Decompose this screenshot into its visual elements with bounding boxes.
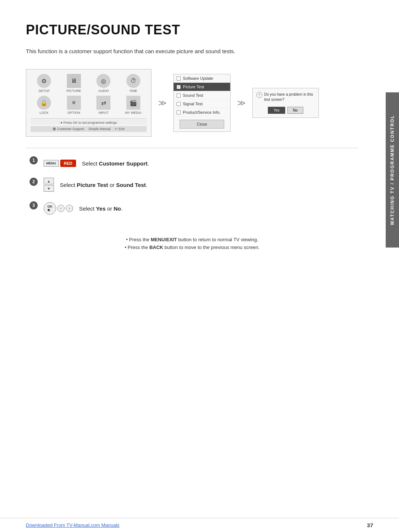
footer-note-2: • Press the BACK button to move to the p…: [26, 245, 358, 250]
signal-test-label: Signal Test: [183, 102, 203, 106]
checkbox-software: [177, 76, 181, 81]
step-1-indicator: 1: [30, 159, 38, 167]
menu-software-update: Software Update: [174, 74, 230, 83]
step-2-buttons: ▲ ▼: [44, 178, 54, 192]
side-label-text: WATCHING TV / PROGRAMME CONTROL: [390, 115, 395, 225]
no-button[interactable]: No: [287, 107, 303, 114]
step-2-number: 2: [30, 178, 38, 186]
tv-menu-box: ⚙ SETUP 🖥 PICTURE ◎ AUDIO ⏱ TIME 🔒: [26, 69, 151, 137]
menu-item-mymedia: 🎬 MY MEDIA: [120, 96, 147, 115]
red-button[interactable]: RED: [60, 160, 76, 167]
option-label: OPTION: [67, 111, 80, 115]
page-number: 37: [367, 522, 373, 528]
arrow-2: ≫: [237, 98, 246, 108]
bottom-bar-customer: Customer Support: [53, 127, 84, 131]
step-3-buttons: OK✱ ‹ ›: [44, 202, 73, 215]
bottom-bar: Downloaded From TV-Manual.com Manuals 37: [0, 518, 399, 532]
sound-test-label: Sound Test: [183, 93, 203, 98]
menu-item-input: ⇄ INPUT: [90, 96, 117, 115]
dialog-box: ? Do you have a problem in this test scr…: [252, 88, 319, 118]
menu-item-audio: ◎ AUDIO: [90, 74, 117, 93]
left-button[interactable]: ‹: [57, 205, 65, 212]
step-2-indicator: 2: [30, 181, 38, 189]
audio-icon: ◎: [96, 74, 110, 88]
dot-icon: [53, 127, 56, 130]
step-3-text: Select Yes or No.: [79, 205, 123, 212]
step-3-row: 3 OK✱ ‹ › Select Yes or No.: [30, 202, 358, 215]
bottom-bar-simple: Simple Manual: [89, 127, 111, 131]
step-2-row: 2 ▲ ▼ Select Picture Test or Sound Test.: [30, 178, 358, 192]
menu-item-time: ⏱ TIME: [120, 74, 147, 93]
setup-label: SETUP: [38, 89, 50, 93]
step-2-text: Select Picture Test or Sound Test.: [60, 182, 147, 188]
product-info-label: Product/Service Info.: [183, 110, 221, 115]
bottom-bar-exit: ↩ Exit: [115, 127, 125, 131]
checkbox-signal: [177, 102, 181, 106]
step-1-text: Select Customer Support.: [82, 160, 149, 167]
footer-notes: • Press the MENU/EXIT button to return t…: [26, 237, 358, 250]
dialog-text: Do you have a problem in this test scree…: [264, 92, 315, 102]
no-bold: No: [113, 205, 121, 212]
intro-text: This function is a customer support func…: [26, 48, 358, 54]
yes-button[interactable]: Yes: [268, 107, 285, 114]
checkbox-picture: [177, 85, 181, 89]
menu-button[interactable]: MENU: [44, 160, 59, 167]
option-icon: ≡: [67, 96, 81, 110]
dialog-question: ? Do you have a problem in this test scr…: [256, 92, 315, 102]
customer-support-bold: Customer Support: [99, 160, 148, 167]
close-button[interactable]: Close: [180, 120, 224, 129]
lock-label: LOCK: [40, 111, 49, 115]
up-arrow-button[interactable]: ▲: [44, 178, 54, 184]
mymedia-icon: 🎬: [126, 96, 140, 110]
close-container: Close: [174, 117, 230, 132]
software-update-label: Software Update: [183, 76, 213, 81]
picture-label: PICTURE: [66, 89, 81, 93]
menu-item-lock: 🔒 LOCK: [31, 96, 58, 115]
diagram-section: ⚙ SETUP 🖥 PICTURE ◎ AUDIO ⏱ TIME 🔒: [26, 69, 358, 148]
step-3-number: 3: [30, 201, 38, 209]
menu-signal-test: Signal Test: [174, 100, 230, 108]
support-menu-box: Software Update Picture Test Sound Test …: [173, 74, 231, 132]
tv-menu-bottom-bar: Customer Support Simple Manual ↩ Exit: [31, 126, 147, 132]
footer-note-1: • Press the MENU/EXIT button to return t…: [26, 237, 358, 242]
lock-icon: 🔒: [37, 96, 51, 110]
time-icon: ⏱: [126, 74, 140, 88]
input-label: INPUT: [99, 111, 109, 115]
tv-menu-icons: ⚙ SETUP 🖥 PICTURE ◎ AUDIO ⏱ TIME 🔒: [31, 74, 147, 115]
tv-menu-bottom-text: ● Press OK to set programme settings: [31, 118, 147, 125]
menu-item-setup: ⚙ SETUP: [31, 74, 58, 93]
down-arrow-button[interactable]: ▼: [44, 185, 54, 192]
picture-icon: 🖥: [67, 74, 81, 88]
menu-item-picture: 🖥 PICTURE: [61, 74, 88, 93]
menu-sound-test: Sound Test: [174, 91, 230, 100]
arrow-1: ≫: [158, 98, 167, 108]
question-icon: ?: [256, 92, 262, 98]
picture-test-label: Picture Test: [183, 85, 204, 89]
menu-picture-test: Picture Test: [174, 83, 230, 91]
yes-bold: Yes: [96, 205, 106, 212]
steps-section: 1 MENU RED Select Customer Support. 2 ▲ …: [26, 159, 358, 215]
bottom-link[interactable]: Downloaded From TV-Manual.com Manuals: [26, 522, 119, 528]
setup-icon: ⚙: [37, 74, 51, 88]
time-label: TIME: [129, 89, 137, 93]
menu-product-info: Product/Service Info.: [174, 108, 230, 117]
right-button[interactable]: ›: [66, 205, 73, 212]
main-content: PICTURE/SOUND TEST This function is a cu…: [0, 0, 399, 274]
audio-label: AUDIO: [98, 89, 109, 93]
menu-item-option: ≡ OPTION: [61, 96, 88, 115]
mymedia-label: MY MEDIA: [125, 111, 141, 115]
picture-test-bold: Picture Test: [77, 182, 108, 188]
checkbox-sound: [177, 93, 181, 98]
checkbox-product: [177, 110, 181, 115]
side-label: WATCHING TV / PROGRAMME CONTROL: [386, 92, 399, 248]
step-1-buttons: MENU RED: [44, 160, 76, 167]
page-title: PICTURE/SOUND TEST: [26, 22, 358, 38]
dialog-buttons: Yes No: [256, 107, 315, 114]
sound-test-bold: Sound Test: [116, 182, 146, 188]
step-1-row: 1 MENU RED Select Customer Support.: [30, 159, 358, 167]
ok-button[interactable]: OK✱: [44, 202, 56, 215]
step-1-number: 1: [30, 156, 38, 164]
input-icon: ⇄: [96, 96, 110, 110]
step-3-indicator: 3: [30, 204, 38, 212]
